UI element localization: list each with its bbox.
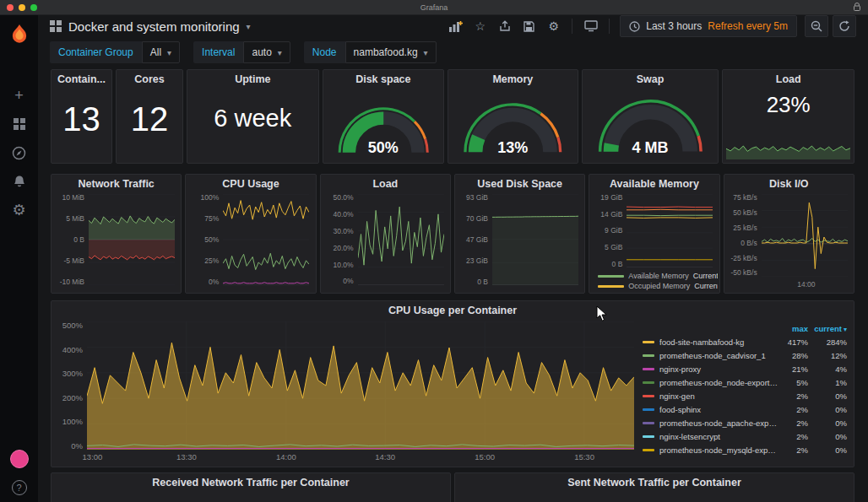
window-controls bbox=[0, 4, 37, 11]
series-current-value: 1% bbox=[808, 378, 847, 387]
tv-cycle-icon[interactable] bbox=[579, 16, 602, 36]
y-axis: 500%400%300%200%100%0% bbox=[57, 321, 87, 463]
panel-title[interactable]: Disk I/O bbox=[724, 175, 854, 193]
y-tick-label: 100% bbox=[62, 418, 83, 426]
x-tick-label: 13:00 bbox=[83, 452, 103, 462]
series-name[interactable]: prometheus-node_mysqld-exporter_1 bbox=[659, 445, 778, 455]
panel-title[interactable]: Cores bbox=[117, 70, 182, 89]
legend-row[interactable]: nginx-letsencrypt 2% 0% bbox=[643, 429, 847, 443]
disk-io-chart[interactable] bbox=[762, 194, 848, 277]
dashboard-title[interactable]: Docker and system monitoring bbox=[68, 19, 240, 34]
panel-title[interactable]: Disk space bbox=[323, 70, 443, 89]
panel-title[interactable]: Used Disk Space bbox=[455, 175, 584, 193]
series-color-dash bbox=[598, 285, 624, 288]
user-avatar[interactable] bbox=[10, 450, 29, 468]
gauge-value: 13% bbox=[457, 139, 569, 157]
memory-gauge: 13% bbox=[457, 90, 569, 159]
panel-title[interactable]: Load bbox=[723, 70, 854, 89]
panel-title[interactable]: Swap bbox=[583, 70, 719, 89]
y-axis: 93 GiB70 GiB47 GiB23 GiB0 B bbox=[458, 194, 492, 285]
macos-titlebar: Grafana bbox=[0, 0, 868, 15]
series-max-value: 28% bbox=[778, 351, 808, 360]
series-name[interactable]: nginx-gen bbox=[659, 391, 778, 401]
network-traffic-chart[interactable] bbox=[89, 194, 175, 285]
star-icon[interactable]: ☆ bbox=[469, 16, 491, 36]
filter-node[interactable]: Node nambafood.kg▾ bbox=[304, 41, 437, 63]
legend-row[interactable]: prometheus-node_cadvisor_1 28% 12% bbox=[643, 348, 847, 362]
dashboards-icon[interactable] bbox=[0, 110, 38, 138]
help-icon[interactable]: ? bbox=[12, 480, 27, 495]
legend-row[interactable]: food-sphinx 2% 0% bbox=[643, 402, 847, 416]
y-tick-label: 0 B bbox=[73, 236, 84, 244]
legend-header-max[interactable]: max bbox=[778, 324, 808, 333]
series-name[interactable]: prometheus-node_cadvisor_1 bbox=[659, 351, 778, 360]
panel-title[interactable]: Received Network Traffic per Container bbox=[52, 473, 450, 492]
cpu-usage-chart[interactable] bbox=[223, 194, 309, 285]
series-name[interactable]: prometheus-node_node-exporter_1 bbox=[659, 378, 778, 387]
cpu-per-container-chart[interactable] bbox=[87, 321, 634, 450]
series-name[interactable]: prometheus-node_apache-exporter_1 bbox=[659, 418, 778, 428]
y-axis: 75 kB/s50 kB/s25 kB/s0 B/s-25 kB/s-50 kB… bbox=[728, 194, 762, 277]
x-axis: 14:00 bbox=[762, 280, 848, 289]
grafana-logo-icon[interactable] bbox=[8, 24, 30, 46]
panel-title[interactable]: Available Memory bbox=[589, 175, 719, 193]
panel-title[interactable]: Network Traffic bbox=[52, 175, 181, 193]
panel-title[interactable]: Sent Network Traffic per Container bbox=[455, 473, 854, 492]
disk-space-gauge: 50% bbox=[332, 90, 435, 159]
filter-interval[interactable]: Interval auto▾ bbox=[193, 41, 290, 63]
panel-title[interactable]: CPU Usage bbox=[186, 175, 315, 193]
close-button[interactable] bbox=[7, 4, 14, 11]
load-value: 23% bbox=[723, 92, 854, 118]
dashboard-grid: Contain... 13 Cores 12 Uptime 6 week Dis… bbox=[38, 67, 868, 502]
series-current-value: 284% bbox=[808, 337, 847, 347]
series-color-dash bbox=[643, 354, 654, 357]
panel-received-network-traffic: Received Network Traffic per Container bbox=[51, 472, 451, 502]
load-chart[interactable] bbox=[358, 194, 444, 285]
y-tick-label: 75 kB/s bbox=[733, 194, 757, 202]
legend-item[interactable]: Occupied MemoryCurrent: 2.0 bbox=[598, 281, 717, 291]
series-name[interactable]: food-sphinx bbox=[659, 405, 778, 414]
panel-title[interactable]: Load bbox=[321, 175, 450, 193]
panel-title[interactable]: CPU Usage per Container bbox=[52, 301, 854, 320]
panel-title[interactable]: Uptime bbox=[187, 70, 318, 89]
y-tick-label: -25 kB/s bbox=[730, 255, 757, 262]
graph-panels-row: Network Traffic 10 MiB5 MiB0 B-5 MiB-10 … bbox=[51, 174, 854, 294]
filter-value-dropdown[interactable]: auto▾ bbox=[243, 41, 290, 63]
create-icon[interactable]: + bbox=[0, 81, 38, 110]
used-disk-space-chart[interactable] bbox=[492, 194, 578, 285]
panel-cpu-per-container: CPU Usage per Container 500%400%300%200%… bbox=[51, 300, 854, 467]
series-name[interactable]: nginx-letsencrypt bbox=[659, 432, 778, 441]
legend-row[interactable]: nginx-proxy 21% 4% bbox=[643, 362, 847, 375]
share-icon[interactable] bbox=[493, 16, 516, 36]
legend-row[interactable]: nginx-gen 2% 0% bbox=[643, 389, 847, 402]
legend-item[interactable]: Available MemoryCurrent: 13.5 bbox=[598, 271, 717, 281]
filter-value-dropdown[interactable]: nambafood.kg▾ bbox=[345, 41, 437, 63]
refresh-icon[interactable] bbox=[833, 15, 856, 37]
legend-row[interactable]: prometheus-node_node-exporter_1 5% 1% bbox=[643, 375, 847, 389]
minimize-button[interactable] bbox=[19, 4, 25, 11]
y-tick-label: 5 GiB bbox=[605, 244, 622, 251]
series-name[interactable]: nginx-proxy bbox=[659, 364, 778, 374]
dashboard-settings-gear-icon[interactable]: ⚙ bbox=[542, 16, 565, 36]
legend-row[interactable]: prometheus-node_mysqld-exporter_1 2% 0% bbox=[643, 443, 847, 456]
time-picker-button[interactable]: Last 3 hours Refresh every 5m bbox=[620, 15, 797, 37]
zoom-out-icon[interactable] bbox=[805, 15, 828, 37]
panel-network-traffic: Network Traffic 10 MiB5 MiB0 B-5 MiB-10 … bbox=[51, 174, 182, 294]
y-tick-label: 0 B/s bbox=[741, 240, 757, 247]
explore-icon[interactable] bbox=[0, 138, 38, 167]
filter-container-group[interactable]: Container Group All▾ bbox=[50, 41, 180, 63]
legend-row[interactable]: food-site-nambafood-kg 417% 284% bbox=[643, 335, 847, 348]
panel-title[interactable]: Contain... bbox=[52, 70, 111, 89]
save-icon[interactable] bbox=[518, 16, 540, 36]
add-panel-icon[interactable] bbox=[444, 16, 467, 36]
legend-row[interactable]: prometheus-node_apache-exporter_1 2% 0% bbox=[643, 416, 847, 429]
filter-value-dropdown[interactable]: All▾ bbox=[142, 41, 180, 63]
zoom-button[interactable] bbox=[30, 4, 37, 11]
available-memory-chart[interactable] bbox=[627, 194, 713, 267]
panel-title[interactable]: Memory bbox=[448, 70, 578, 89]
alerting-bell-icon[interactable] bbox=[0, 167, 38, 196]
series-name[interactable]: food-site-nambafood-kg bbox=[659, 337, 778, 347]
legend-header-current[interactable]: current▾ bbox=[808, 324, 847, 333]
configuration-gear-icon[interactable]: ⚙ bbox=[0, 196, 38, 224]
caret-down-icon[interactable]: ▾ bbox=[247, 22, 251, 31]
